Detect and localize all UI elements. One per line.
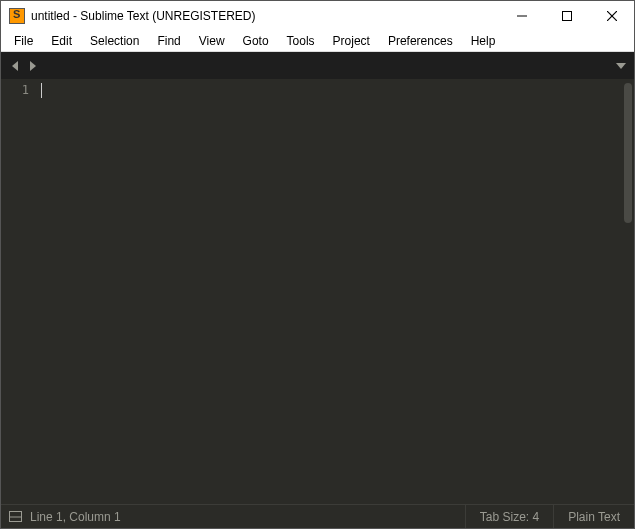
window-title: untitled - Sublime Text (UNREGISTERED) bbox=[31, 9, 256, 23]
status-tab-size[interactable]: Tab Size: 4 bbox=[465, 505, 553, 528]
menu-preferences[interactable]: Preferences bbox=[379, 32, 462, 50]
menu-help[interactable]: Help bbox=[462, 32, 505, 50]
app-window: untitled - Sublime Text (UNREGISTERED) F… bbox=[0, 0, 635, 529]
menu-file[interactable]: File bbox=[5, 32, 42, 50]
editor-area: 1 bbox=[1, 79, 634, 504]
menu-tools[interactable]: Tools bbox=[278, 32, 324, 50]
titlebar[interactable]: untitled - Sublime Text (UNREGISTERED) bbox=[1, 1, 634, 31]
nav-forward-icon[interactable] bbox=[27, 61, 37, 71]
statusbar: Line 1, Column 1 Tab Size: 4 Plain Text bbox=[1, 504, 634, 528]
line-gutter: 1 bbox=[1, 79, 37, 504]
nav-back-icon[interactable] bbox=[11, 61, 21, 71]
menubar: File Edit Selection Find View Goto Tools… bbox=[1, 31, 634, 52]
minimize-button[interactable] bbox=[499, 1, 544, 31]
window-controls bbox=[499, 1, 634, 31]
menu-project[interactable]: Project bbox=[324, 32, 379, 50]
status-position[interactable]: Line 1, Column 1 bbox=[30, 510, 121, 524]
tab-menu-icon[interactable] bbox=[616, 61, 626, 71]
vertical-scrollbar[interactable] bbox=[622, 79, 634, 504]
line-number: 1 bbox=[1, 82, 29, 98]
menu-edit[interactable]: Edit bbox=[42, 32, 81, 50]
app-icon bbox=[9, 8, 25, 24]
code-editor[interactable] bbox=[37, 79, 634, 504]
panel-switcher-icon[interactable] bbox=[9, 511, 22, 522]
menu-find[interactable]: Find bbox=[148, 32, 189, 50]
close-button[interactable] bbox=[589, 1, 634, 31]
svg-marker-5 bbox=[30, 61, 36, 71]
maximize-button[interactable] bbox=[544, 1, 589, 31]
text-cursor bbox=[41, 83, 42, 98]
svg-marker-4 bbox=[12, 61, 18, 71]
svg-marker-6 bbox=[616, 63, 626, 69]
svg-rect-1 bbox=[562, 12, 571, 21]
status-syntax[interactable]: Plain Text bbox=[553, 505, 634, 528]
menu-goto[interactable]: Goto bbox=[234, 32, 278, 50]
menu-view[interactable]: View bbox=[190, 32, 234, 50]
tab-strip bbox=[1, 52, 634, 79]
menu-selection[interactable]: Selection bbox=[81, 32, 148, 50]
scrollbar-thumb[interactable] bbox=[624, 83, 632, 223]
